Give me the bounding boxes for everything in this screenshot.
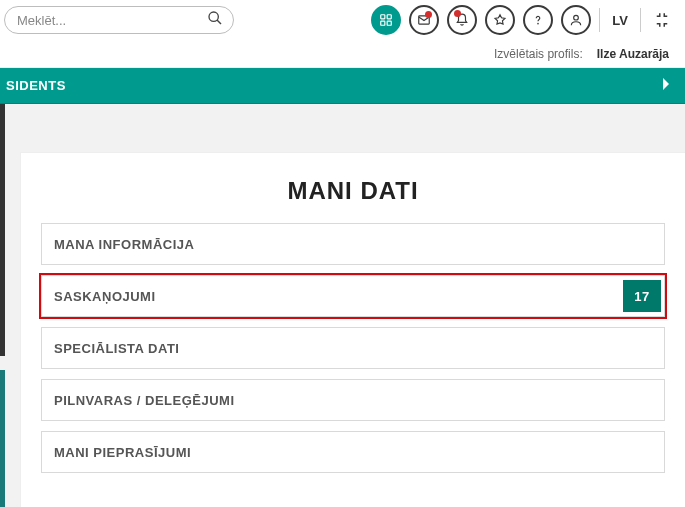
svg-rect-5 xyxy=(388,21,392,25)
menu-list: MANA INFORMĀCIJA SASKAŅOJUMI 17 SPECIĀLI… xyxy=(39,223,667,473)
main-area: MANI DATI MANA INFORMĀCIJA SASKAŅOJUMI 1… xyxy=(0,104,685,507)
collapse-icon[interactable] xyxy=(649,11,675,29)
page-title: MANI DATI xyxy=(39,171,667,223)
menu-item-label: MANI PIEPRASĪJUMI xyxy=(42,445,191,460)
menu-item-label: SASKAŅOJUMI xyxy=(42,289,156,304)
separator xyxy=(599,8,600,32)
apps-icon[interactable] xyxy=(371,5,401,35)
card-mani-dati: MANI DATI MANA INFORMĀCIJA SASKAŅOJUMI 1… xyxy=(20,152,685,507)
menu-item-label: SPECIĀLISTA DATI xyxy=(42,341,179,356)
profile-name: Ilze Auzarāja xyxy=(597,47,669,61)
header-icons: LV xyxy=(371,5,675,35)
chevron-right-icon[interactable] xyxy=(661,77,671,94)
svg-rect-3 xyxy=(388,15,392,19)
svg-point-8 xyxy=(574,15,579,20)
menu-item-saskanojumi[interactable]: SASKAŅOJUMI 17 xyxy=(41,275,665,317)
star-icon[interactable] xyxy=(485,5,515,35)
search-input[interactable] xyxy=(17,13,207,28)
separator xyxy=(640,8,641,32)
mail-icon[interactable] xyxy=(409,5,439,35)
search-icon[interactable] xyxy=(207,10,223,30)
count-badge: 17 xyxy=(623,280,661,312)
menu-item-label: MANA INFORMĀCIJA xyxy=(42,237,194,252)
svg-line-1 xyxy=(217,20,221,24)
profile-label: Izvēlētais profils: xyxy=(494,47,583,61)
menu-item-mana-informacija[interactable]: MANA INFORMĀCIJA xyxy=(41,223,665,265)
side-strip xyxy=(0,370,5,507)
profile-bar: Izvēlētais profils: Ilze Auzarāja xyxy=(0,40,685,68)
nav-bar[interactable]: SIDENTS xyxy=(0,68,685,104)
svg-point-0 xyxy=(209,12,218,21)
menu-item-pilnvaras[interactable]: PILNVARAS / DELEĢĒJUMI xyxy=(41,379,665,421)
menu-item-label: PILNVARAS / DELEĢĒJUMI xyxy=(42,393,235,408)
bell-icon[interactable] xyxy=(447,5,477,35)
menu-item-mani-pieprasijumi[interactable]: MANI PIEPRASĪJUMI xyxy=(41,431,665,473)
search-box[interactable] xyxy=(4,6,234,34)
svg-rect-2 xyxy=(381,15,385,19)
header: LV xyxy=(0,0,685,40)
svg-rect-4 xyxy=(381,21,385,25)
nav-bar-label: SIDENTS xyxy=(6,78,66,93)
svg-point-7 xyxy=(538,23,539,24)
side-strip xyxy=(0,104,5,356)
user-icon[interactable] xyxy=(561,5,591,35)
language-selector[interactable]: LV xyxy=(608,13,632,28)
help-icon[interactable] xyxy=(523,5,553,35)
menu-item-specialista-dati[interactable]: SPECIĀLISTA DATI xyxy=(41,327,665,369)
